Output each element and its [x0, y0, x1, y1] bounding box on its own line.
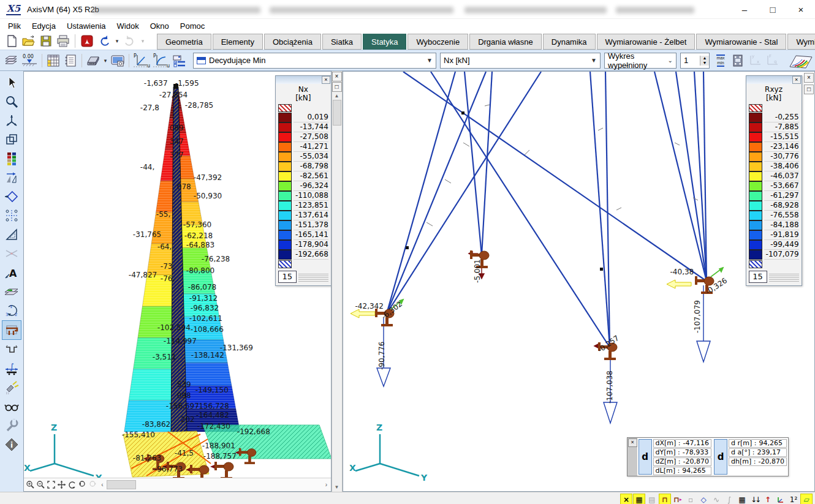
info-icon[interactable]: i — [2, 435, 21, 454]
setsquare-icon[interactable] — [2, 225, 21, 244]
menu-plik[interactable]: Plik — [2, 20, 26, 32]
load-arrow-icon[interactable]: ↑ — [762, 494, 774, 504]
h-scroll-track[interactable] — [136, 480, 322, 489]
legend-count-value[interactable]: 15 — [749, 271, 767, 283]
zoom-in-icon[interactable] — [25, 480, 36, 490]
tab-wyboczenie[interactable]: Wyboczenie — [408, 34, 468, 50]
beam-arrow-icon[interactable]: ⊓▸ — [672, 494, 684, 504]
select-icon[interactable] — [2, 73, 21, 92]
diagram-fq-icon[interactable]: Fq — [764, 52, 781, 69]
scroll-left-icon[interactable]: ‹ — [98, 481, 107, 488]
diamond-move-icon[interactable]: ◇ — [697, 494, 710, 504]
coord-palette-handle[interactable]: × — [627, 438, 637, 476]
beam-display-icon[interactable] — [2, 320, 21, 340]
component-combo[interactable]: Nx [kN] ▼ — [440, 53, 601, 69]
pane-maximize-icon[interactable]: □ — [332, 82, 342, 92]
undo-icon[interactable] — [96, 34, 112, 48]
wrench-icon[interactable] — [2, 416, 21, 435]
legend-header[interactable]: × — [746, 76, 802, 84]
pu-linear-icon[interactable]: Pu — [132, 52, 151, 69]
legend-panel-nx[interactable]: × Nx[kN] 0,019-13,744-27,508-41,271-55,0… — [275, 75, 332, 286]
perspective-icon[interactable] — [787, 52, 815, 69]
v-scroll-thumb[interactable] — [333, 100, 341, 126]
parts-icon[interactable] — [2, 130, 21, 149]
table-icon[interactable]: ▦ — [736, 494, 748, 504]
viewport-splitter[interactable]: × □ ▲ ▼ — [332, 71, 343, 492]
zoom-previous-icon[interactable] — [77, 480, 88, 490]
legend-count[interactable]: 15 — [749, 271, 799, 283]
flashlight-icon[interactable] — [2, 378, 21, 397]
menu-widok[interactable]: Widok — [112, 20, 145, 32]
legend-header[interactable]: × — [276, 76, 331, 84]
close-icon[interactable]: × — [792, 76, 801, 84]
dimension-text-icon[interactable]: A — [2, 263, 21, 282]
report-icon[interactable] — [62, 52, 79, 69]
menu-edycja[interactable]: Edycja — [26, 20, 61, 32]
grid-snap-icon[interactable]: ▦ — [633, 494, 645, 504]
pane-close-icon[interactable]: × — [332, 72, 342, 81]
tab-statyka[interactable]: Statyka — [363, 34, 406, 50]
diagram-yx-icon[interactable]: yx — [746, 52, 764, 69]
spin-up-icon[interactable]: ▲ — [700, 56, 709, 61]
coordinate-palette[interactable]: × ddX[m] :-47,116dY[m] :-78,933dZ[m] :-2… — [627, 437, 789, 476]
minmax-icon[interactable]: maxmin — [712, 52, 729, 69]
delete-icon[interactable]: × — [620, 494, 632, 504]
tab-geometria[interactable]: Geometria — [157, 34, 211, 50]
layers-icon[interactable] — [2, 52, 20, 69]
glasses-icon[interactable] — [2, 397, 21, 416]
maximize-button[interactable]: □ — [759, 0, 787, 18]
redo-icon[interactable] — [122, 34, 138, 48]
scale-spinner[interactable]: 1 ▲▼ — [680, 53, 710, 69]
pane-maximize-icon[interactable]: □ — [804, 85, 814, 94]
close-icon[interactable]: × — [628, 438, 637, 447]
tab-wymiarowanie-zelbet[interactable]: Wymiarowanie - Żelbet — [597, 34, 696, 50]
tab-dynamika[interactable]: Dynamika — [543, 34, 596, 50]
palette-icon[interactable] — [2, 149, 21, 168]
intersect-icon[interactable] — [2, 244, 21, 263]
translate-icon[interactable] — [2, 168, 21, 187]
redo-dropdown-icon[interactable]: ▾ — [139, 34, 146, 48]
menu-pomoc[interactable]: Pomoc — [175, 20, 210, 32]
tab-wymiarowanie-drewno[interactable]: Wymiarowanie - Drewno — [787, 34, 815, 50]
datum-icon[interactable]: 0.00 — [20, 52, 39, 69]
zoom-icon[interactable] — [2, 92, 21, 111]
rotate-view-icon[interactable] — [67, 480, 77, 490]
minimize-button[interactable]: – — [730, 0, 759, 18]
close-button[interactable]: × — [787, 0, 815, 18]
menu-ustawienia[interactable]: Ustawienia — [61, 20, 112, 32]
tab-wymiarowanie-stal[interactable]: Wymiarowanie - Stal — [696, 34, 786, 50]
pan-icon[interactable] — [56, 480, 67, 490]
print-icon[interactable] — [55, 34, 71, 48]
load-steps-icon[interactable] — [171, 52, 188, 69]
open-icon[interactable] — [21, 34, 37, 48]
zoom-out-icon[interactable] — [36, 480, 46, 490]
h-scroll-thumb[interactable] — [107, 480, 136, 489]
pu-nonlinear-icon[interactable]: Pu — [151, 52, 171, 69]
step-line-icon[interactable]: ∿ — [710, 494, 722, 504]
pane-close-icon[interactable]: × — [804, 73, 814, 83]
animation-icon[interactable] — [729, 52, 746, 69]
menu-okno[interactable]: Okno — [145, 20, 175, 32]
tab-elementy[interactable]: Elementy — [213, 34, 263, 50]
section-segment-icon[interactable]: ∫ — [2, 359, 21, 378]
superscript-label[interactable]: 1² — [787, 494, 800, 504]
pdf-icon[interactable] — [79, 34, 95, 48]
table-icon[interactable] — [45, 52, 62, 69]
close-icon[interactable]: × — [322, 76, 330, 84]
pages-icon[interactable]: ▤ — [646, 494, 658, 504]
left-viewport[interactable]: Z X Y -1,637-1,595-27,854-27,8-28,785089… — [23, 71, 332, 492]
section-integral-icon[interactable]: ∫ — [723, 494, 735, 504]
undo-dropdown-icon[interactable]: ▾ — [113, 34, 121, 48]
scroll-down-icon[interactable]: ▼ — [335, 484, 339, 490]
array-icon[interactable] — [2, 206, 21, 225]
tab-siatka[interactable]: Siatka — [322, 34, 362, 50]
load-case-combo[interactable]: Decydujące Min ▼ — [193, 53, 436, 69]
legend-count[interactable]: 15 — [278, 271, 328, 283]
spin-down-icon[interactable]: ▼ — [700, 61, 709, 66]
new-icon[interactable] — [4, 34, 20, 48]
section-plane-icon[interactable] — [2, 282, 21, 301]
renumber-icon[interactable]: 123 — [2, 301, 21, 320]
zoom-next-icon[interactable] — [88, 480, 98, 490]
tab-drgania-wlasne[interactable]: Drgania własne — [469, 34, 542, 50]
tab-obciazenia[interactable]: Obciążenia — [264, 34, 321, 50]
